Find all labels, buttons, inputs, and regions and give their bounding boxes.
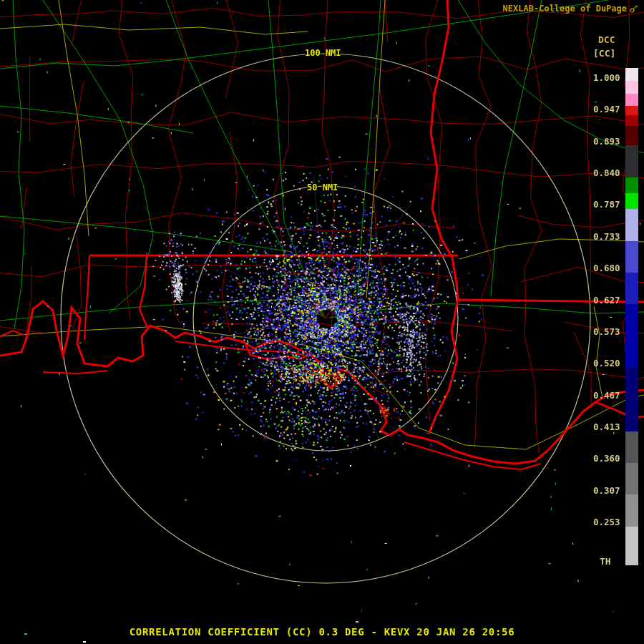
colorbar-tick: 1.000 xyxy=(593,72,620,83)
colorbar-segment xyxy=(625,145,638,177)
colorbar-segment xyxy=(625,494,638,527)
colorbar-segment xyxy=(625,527,638,565)
ring-label-100nmi: 100 NMI xyxy=(305,48,341,58)
colorbar-tick: 0.893 xyxy=(593,136,620,147)
colorbar-tick: 0.680 xyxy=(593,263,620,273)
colorbar-tick: 0.840 xyxy=(593,167,620,178)
colorbar-tick: 0.413 xyxy=(593,421,620,432)
colorbar-segment xyxy=(625,368,638,431)
colorbar-segment xyxy=(625,304,638,368)
colorbar-segment xyxy=(625,126,638,145)
colorbar-units-label: [CC] xyxy=(593,48,615,59)
colorbar-segment xyxy=(625,177,638,193)
colorbar-segment xyxy=(625,68,638,81)
colorbar-tick: 0.787 xyxy=(593,199,620,210)
colorbar-segment xyxy=(625,209,638,241)
colorbar-segment xyxy=(625,241,638,273)
colorbar-tick: 0.520 xyxy=(593,358,620,369)
colorbar-tick: 0.573 xyxy=(593,326,620,337)
colorbar xyxy=(625,68,638,565)
colorbar-segment xyxy=(625,193,638,209)
colorbar-segment xyxy=(625,106,638,115)
colorbar-segment xyxy=(625,81,638,94)
colorbar-product-label: DCC xyxy=(598,34,615,45)
colorbar-tick: 0.307 xyxy=(593,485,620,496)
colorbar-segment xyxy=(625,273,638,304)
colorbar-tick: 0.467 xyxy=(593,390,620,401)
colorbar-threshold-label: TH xyxy=(600,556,611,567)
colorbar-tick: 0.253 xyxy=(593,517,620,527)
colorbar-segment xyxy=(625,94,638,106)
radar-display: NEXLAB-College of DuPage 100 NMI 50 NMI … xyxy=(0,0,644,644)
attribution-text: NEXLAB-College of DuPage xyxy=(503,4,627,14)
ring-label-50nmi: 50 NMI xyxy=(307,182,338,192)
attribution: NEXLAB-College of DuPage xyxy=(503,4,638,14)
radar-map-canvas xyxy=(0,0,644,644)
colorbar-segment xyxy=(625,463,638,494)
colorbar-tick: 0.733 xyxy=(593,231,620,242)
colorbar-tick: 0.627 xyxy=(593,295,620,306)
product-caption: CORRELATION COEFFICIENT (CC) 0.3 DEG - K… xyxy=(0,626,644,638)
colorbar-segment xyxy=(625,115,638,126)
colorbar-tick: 0.947 xyxy=(593,104,620,114)
colorbar-tick: 0.360 xyxy=(593,453,620,464)
colorbar-segment xyxy=(625,431,638,463)
cod-station-logo-icon xyxy=(629,4,638,14)
